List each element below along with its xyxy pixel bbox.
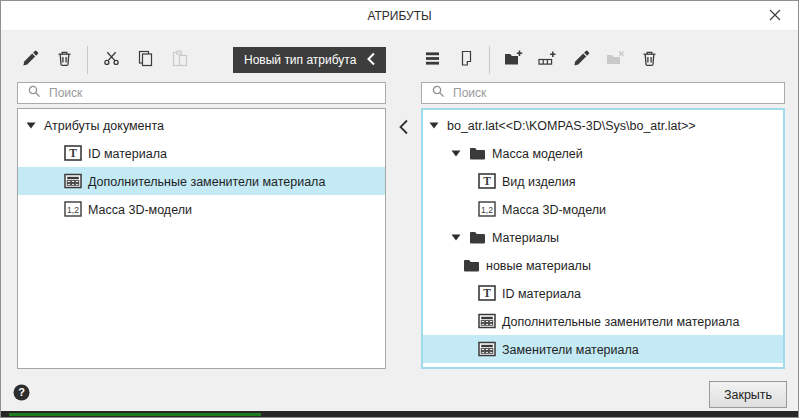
hamburger-icon: [423, 49, 442, 71]
copy-button[interactable]: [130, 45, 160, 75]
left-search-input[interactable]: [49, 86, 379, 100]
tree-item[interactable]: Заменители материала: [423, 335, 783, 363]
expand-arrow-icon[interactable]: [26, 121, 40, 130]
left-toolbar: [15, 45, 198, 75]
numeric-attribute-icon: 1,2: [64, 201, 82, 217]
right-search-input[interactable]: [453, 86, 778, 100]
help-button[interactable]: ?: [13, 384, 33, 404]
tree-item[interactable]: TID материала: [423, 279, 783, 307]
tree-item-label: Дополнительные заменители материала: [502, 314, 739, 329]
attribute-library-tree: bo_atr.lat<<D:\KOMPAS-3D\Sys\bo_atr.lat>…: [421, 108, 785, 369]
window-close-button[interactable]: [760, 1, 790, 31]
tree-item[interactable]: TВид изделия: [423, 167, 783, 195]
scissors-icon: [102, 49, 121, 71]
new-folder-button[interactable]: [498, 45, 528, 75]
right-toolbar: [417, 45, 668, 75]
table-attribute-icon: [478, 313, 496, 329]
tree-item-label: Вид изделия: [502, 174, 575, 189]
tree-item-label: ID материала: [88, 146, 167, 161]
tree-item[interactable]: новые материалы: [423, 251, 783, 279]
table-attribute-icon: [64, 173, 82, 189]
svg-text:T: T: [69, 147, 77, 159]
folder-icon: [463, 258, 480, 273]
tree-item-label: Материалы: [492, 230, 559, 245]
copy-icon: [136, 49, 155, 71]
folder-x-icon: [605, 49, 626, 71]
tree-item[interactable]: Дополнительные заменители материала: [423, 307, 783, 335]
trash-icon: [55, 49, 74, 71]
trash-icon: [640, 49, 659, 71]
delete-folder-button[interactable]: [600, 45, 630, 75]
edit-button[interactable]: [15, 45, 45, 75]
table-attribute-icon: [478, 341, 496, 357]
table-plus-icon: [537, 49, 558, 71]
attributes-dialog: АТРИБУТЫ Новый тип атрибута Атрибуты док…: [0, 0, 799, 418]
document-view-button[interactable]: [451, 45, 481, 75]
paste-icon: [170, 49, 189, 71]
text-attribute-icon: T: [478, 285, 496, 301]
numeric-attribute-icon: 1,2: [478, 201, 496, 217]
document-attributes-tree: Атрибуты документаTID материалаДополните…: [17, 108, 386, 369]
tree-item[interactable]: Дополнительные заменители материала: [18, 167, 385, 195]
toolbar-separator: [489, 46, 490, 74]
help-icon: ?: [13, 384, 30, 404]
tree-item[interactable]: Материалы: [423, 223, 783, 251]
chevron-left-icon: [366, 52, 376, 69]
pencil-icon: [21, 49, 40, 71]
text-attribute-icon: T: [478, 173, 496, 189]
expand-arrow-icon[interactable]: [451, 149, 465, 158]
delete-button[interactable]: [49, 45, 79, 75]
tree-item[interactable]: Атрибуты документа: [18, 111, 385, 139]
tree-item[interactable]: bo_atr.lat<<D:\KOMPAS-3D\Sys\bo_atr.lat>…: [423, 111, 783, 139]
dialog-title: АТРИБУТЫ: [1, 1, 798, 31]
attribute-list-button[interactable]: [417, 45, 447, 75]
pencil-icon: [572, 49, 591, 71]
new-attribute-type-button[interactable]: [532, 45, 562, 75]
svg-text:1,2: 1,2: [67, 205, 79, 215]
expand-arrow-icon[interactable]: [451, 233, 465, 242]
delete-button[interactable]: [634, 45, 664, 75]
edit-button[interactable]: [566, 45, 596, 75]
tree-item-label: Масса моделей: [492, 146, 583, 161]
tree-item-label: Заменители материала: [502, 342, 639, 357]
tree-item-label: Дополнительные заменители материала: [88, 174, 325, 189]
new-attribute-type-button[interactable]: Новый тип атрибута: [233, 47, 386, 73]
background-window-strip: [1, 411, 798, 417]
search-icon: [27, 84, 41, 102]
titlebar: АТРИБУТЫ: [1, 1, 798, 31]
toolbar-separator: [87, 46, 88, 74]
close-icon: [769, 9, 781, 24]
svg-text:T: T: [483, 175, 491, 187]
chevron-left-icon: [398, 119, 409, 138]
expand-arrow-icon[interactable]: [429, 121, 443, 130]
tree-item[interactable]: TID материала: [18, 139, 385, 167]
search-icon: [431, 84, 445, 102]
paste-button[interactable]: [164, 45, 194, 75]
collapse-panel-button[interactable]: [391, 116, 415, 140]
tree-item[interactable]: Масса моделей: [423, 139, 783, 167]
tree-item-label: Масса 3D-модели: [88, 202, 192, 217]
svg-text:T: T: [483, 287, 491, 299]
left-search-box: [17, 82, 386, 104]
close-dialog-button[interactable]: Закрыть: [709, 381, 787, 408]
tree-item-label: Атрибуты документа: [44, 118, 164, 133]
tree-item-label: Масса 3D-модели: [502, 202, 606, 217]
right-search-box: [421, 82, 785, 104]
folder-icon: [469, 230, 486, 245]
text-attribute-icon: T: [64, 145, 82, 161]
tree-item-label: ID материала: [502, 286, 581, 301]
folder-plus-icon: [503, 49, 524, 71]
cut-button[interactable]: [96, 45, 126, 75]
svg-text:?: ?: [18, 386, 25, 398]
tree-item[interactable]: 1,2Масса 3D-модели: [423, 195, 783, 223]
document-icon: [457, 49, 476, 71]
tree-item[interactable]: 1,2Масса 3D-модели: [18, 195, 385, 223]
tree-item-label: новые материалы: [486, 258, 591, 273]
svg-text:1,2: 1,2: [481, 205, 493, 215]
new-attribute-type-label: Новый тип атрибута: [244, 53, 356, 67]
background-strip-green-segment: [9, 413, 261, 416]
folder-icon: [469, 146, 486, 161]
tree-item-label: bo_atr.lat<<D:\KOMPAS-3D\Sys\bo_atr.lat>…: [447, 118, 696, 133]
